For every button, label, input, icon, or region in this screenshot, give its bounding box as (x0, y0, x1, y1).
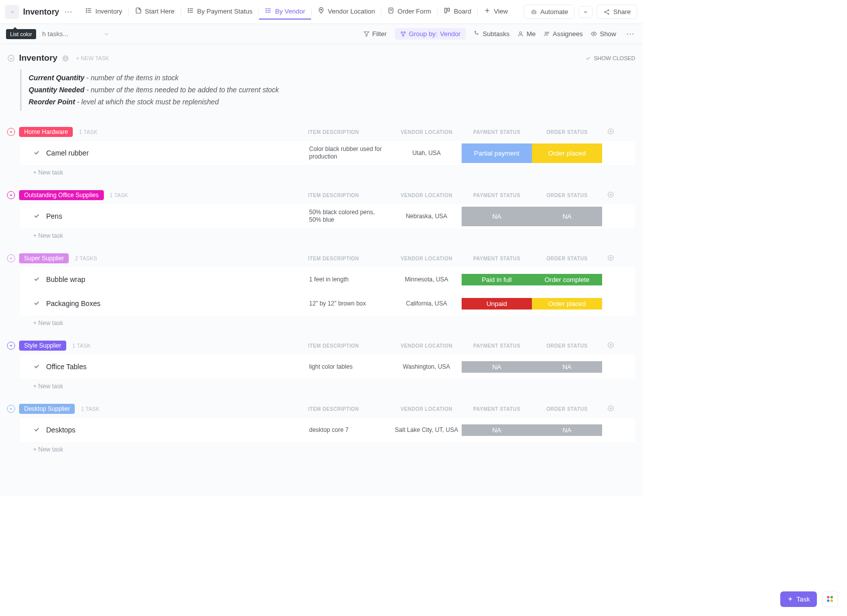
groupby-button[interactable]: Group by: Vendor (395, 28, 466, 40)
group-name-pill[interactable]: Home Hardware (19, 127, 73, 137)
task-status-button[interactable] (33, 149, 40, 158)
tab-view[interactable]: View (478, 4, 514, 20)
task-row[interactable]: Office Tableslight color tablesWashingto… (20, 355, 635, 379)
col-header-pay[interactable]: PAYMENT STATUS (462, 256, 532, 261)
cell-location[interactable]: Utah, USA (391, 143, 462, 163)
col-header-desc[interactable]: ITEM DESCRIPTION (306, 256, 391, 261)
col-header-order[interactable]: ORDER STATUS (532, 129, 602, 135)
task-name[interactable]: Camel rubber (46, 149, 257, 157)
search-area[interactable] (42, 30, 109, 38)
collapse-all-icon[interactable] (7, 54, 15, 62)
list-options-button[interactable]: ⋯ (62, 7, 74, 17)
col-header-order[interactable]: ORDER STATUS (532, 406, 602, 412)
cell-description[interactable]: 1 feet in length (306, 274, 391, 286)
cell-description[interactable]: light color tables (306, 361, 391, 373)
task-status-button[interactable] (33, 212, 40, 221)
tab-inventory[interactable]: Inventory (79, 4, 128, 20)
new-task-row-button[interactable]: + New task (7, 316, 635, 327)
add-column-button[interactable] (606, 128, 615, 136)
assignees-button[interactable]: Assignees (543, 30, 583, 38)
info-icon[interactable] (62, 55, 69, 62)
cell-location[interactable]: Nebraska, USA (391, 207, 462, 226)
add-column-button[interactable] (606, 405, 615, 413)
task-status-button[interactable] (33, 275, 40, 284)
cell-description[interactable]: desktop core 7 (306, 424, 391, 436)
cell-description[interactable]: Color black rubber used for production (306, 143, 391, 163)
new-task-header-button[interactable]: + NEW TASK (76, 55, 109, 61)
group-name-pill[interactable]: Desktop Supplier (19, 404, 75, 414)
collapse-group-button[interactable] (7, 191, 15, 199)
new-task-row-button[interactable]: + New task (7, 379, 635, 390)
more-options-button[interactable]: ⋯ (624, 29, 636, 39)
cell-order-status[interactable]: Order placed (532, 143, 602, 163)
new-task-row-button[interactable]: + New task (7, 442, 635, 453)
col-header-desc[interactable]: ITEM DESCRIPTION (306, 193, 391, 198)
automate-button[interactable]: Automate (524, 5, 575, 19)
cell-order-status[interactable]: NA (532, 207, 602, 226)
cell-description[interactable]: 12" by 12" brown box (306, 298, 391, 310)
subtasks-button[interactable]: Subtasks (474, 30, 509, 38)
search-input[interactable] (42, 30, 97, 38)
cell-payment-status[interactable]: Unpaid (462, 298, 532, 310)
new-task-row-button[interactable]: + New task (7, 228, 635, 239)
col-header-order[interactable]: ORDER STATUS (532, 193, 602, 198)
col-header-pay[interactable]: PAYMENT STATUS (462, 343, 532, 349)
tab-by-vendor[interactable]: By Vendor (259, 4, 311, 20)
cell-location[interactable]: Salt Lake City, UT, USA (391, 424, 462, 436)
col-header-order[interactable]: ORDER STATUS (532, 256, 602, 261)
col-header-loc[interactable]: VENDOR LOCATION (391, 256, 462, 261)
task-row[interactable]: Camel rubberColor black rubber used for … (20, 141, 635, 165)
add-column-button[interactable] (606, 342, 615, 350)
task-row[interactable]: Desktopsdesktop core 7Salt Lake City, UT… (20, 418, 635, 442)
task-row[interactable]: Bubble wrap1 feet in lengthMinnesota, US… (20, 267, 635, 291)
task-name[interactable]: Bubble wrap (46, 275, 257, 283)
task-status-button[interactable] (33, 363, 40, 371)
share-button[interactable]: Share (597, 5, 637, 19)
list-color-button[interactable] (5, 5, 19, 19)
col-header-desc[interactable]: ITEM DESCRIPTION (306, 129, 391, 135)
cell-payment-status[interactable]: NA (462, 207, 532, 226)
add-column-button[interactable] (606, 254, 615, 263)
show-button[interactable]: Show (591, 30, 616, 38)
automate-dropdown[interactable] (579, 6, 593, 18)
cell-payment-status[interactable]: Paid in full (462, 274, 532, 286)
add-column-button[interactable] (606, 191, 615, 200)
task-row[interactable]: Packaging Boxes12" by 12" brown boxCalif… (20, 291, 635, 316)
group-name-pill[interactable]: Super Supplier (19, 253, 69, 263)
show-closed-button[interactable]: SHOW CLOSED (585, 55, 635, 61)
cell-payment-status[interactable]: NA (462, 424, 532, 436)
tab-by-payment-status[interactable]: By Payment Status (181, 4, 259, 20)
col-header-pay[interactable]: PAYMENT STATUS (462, 129, 532, 135)
cell-location[interactable]: Washington, USA (391, 361, 462, 373)
task-status-button[interactable] (33, 299, 40, 308)
collapse-group-button[interactable] (7, 405, 15, 413)
tab-board[interactable]: Board (438, 4, 477, 20)
task-name[interactable]: Office Tables (46, 363, 257, 371)
col-header-loc[interactable]: VENDOR LOCATION (391, 193, 462, 198)
cell-order-status[interactable]: NA (532, 424, 602, 436)
cell-payment-status[interactable]: NA (462, 361, 532, 373)
collapse-group-button[interactable] (7, 342, 15, 350)
task-name[interactable]: Pens (46, 212, 257, 220)
cell-order-status[interactable]: Order placed (532, 298, 602, 310)
col-header-pay[interactable]: PAYMENT STATUS (462, 193, 532, 198)
group-name-pill[interactable]: Style Supplier (19, 341, 66, 351)
cell-location[interactable]: California, USA (391, 298, 462, 310)
new-task-row-button[interactable]: + New task (7, 165, 635, 176)
cell-description[interactable]: 50% black colored pens, 50% blue (306, 207, 391, 226)
cell-payment-status[interactable]: Partial payment (462, 143, 532, 163)
cell-order-status[interactable]: NA (532, 361, 602, 373)
col-header-pay[interactable]: PAYMENT STATUS (462, 406, 532, 412)
cell-location[interactable]: Minnesota, USA (391, 274, 462, 286)
cell-order-status[interactable]: Order complete (532, 274, 602, 286)
col-header-loc[interactable]: VENDOR LOCATION (391, 129, 462, 135)
task-row[interactable]: Pens50% black colored pens, 50% blueNebr… (20, 204, 635, 228)
task-status-button[interactable] (33, 426, 40, 434)
col-header-loc[interactable]: VENDOR LOCATION (391, 406, 462, 412)
col-header-loc[interactable]: VENDOR LOCATION (391, 343, 462, 349)
chevron-down-icon[interactable] (103, 31, 109, 37)
group-name-pill[interactable]: Outstanding Office Supplies (19, 190, 104, 200)
col-header-order[interactable]: ORDER STATUS (532, 343, 602, 349)
tab-start-here[interactable]: Start Here (129, 4, 181, 20)
col-header-desc[interactable]: ITEM DESCRIPTION (306, 406, 391, 412)
